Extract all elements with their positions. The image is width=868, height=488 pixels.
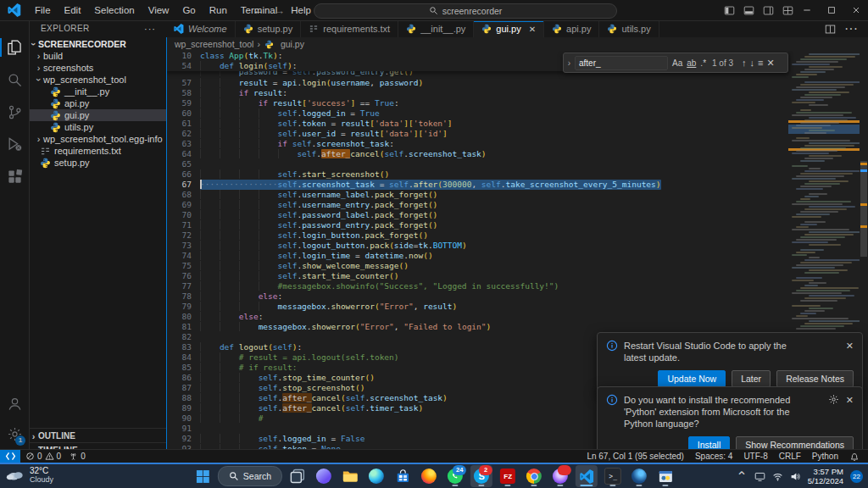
code-line-78[interactable]: 78 else: xyxy=(166,291,788,302)
code-line-69[interactable]: 69 self.username_entry.pack_forget() xyxy=(166,200,788,210)
code-line-77[interactable]: 77 #messagebox.showinfo("Success", "Logg… xyxy=(166,281,788,291)
python-app-icon[interactable] xyxy=(654,465,676,487)
cursor-position[interactable]: Ln 67, Col 1 (95 selected) xyxy=(587,452,684,461)
tab-__init__.py[interactable]: __init__.py xyxy=(398,20,474,37)
display-icon[interactable] xyxy=(754,471,765,482)
tab-Welcome[interactable]: Welcome xyxy=(166,20,236,37)
toggle-secondary-sidebar-icon[interactable] xyxy=(763,5,774,16)
start-button[interactable] xyxy=(192,465,214,487)
split-editor-icon[interactable] xyxy=(825,24,836,35)
code-line-59[interactable]: 59 if result['success'] == True: xyxy=(166,98,788,108)
code-line-72[interactable]: 72 self.login_button.pack_forget() xyxy=(166,230,788,241)
next-match-button[interactable]: ↓ xyxy=(750,58,755,68)
problems-indicator[interactable]: 0 0 xyxy=(25,452,61,461)
terminal-icon[interactable]: >_ xyxy=(602,465,624,487)
close-tab-icon[interactable]: ✕ xyxy=(529,25,536,34)
source-control-icon[interactable] xyxy=(0,97,29,127)
code-line-67[interactable]: 67················self.screenshot_task =… xyxy=(166,180,788,190)
taskbar-search[interactable]: Search xyxy=(218,466,282,486)
tree-item-gui.py[interactable]: gui.py xyxy=(29,109,166,121)
taskbar-clock[interactable]: 3:57 PM 5/12/2024 xyxy=(808,467,843,485)
code-line-65[interactable]: 65 xyxy=(166,159,788,169)
menu-go[interactable]: Go xyxy=(175,0,202,20)
chrome-icon[interactable] xyxy=(523,465,545,487)
code-line-57[interactable]: 57 result = api.login(username, password… xyxy=(166,78,788,88)
code-line-63[interactable]: 63 if self.screenshot_task: xyxy=(166,139,788,149)
tree-item-requirements.txt[interactable]: requirements.txt xyxy=(29,145,166,157)
whole-word-icon[interactable]: ab xyxy=(687,58,696,68)
match-case-icon[interactable]: Aa xyxy=(672,58,682,68)
code-line-79[interactable]: 79 messagebox.showerror("Error", result) xyxy=(166,302,788,312)
tree-item-wp_screenshot_tool.egg-info[interactable]: ›wp_screenshot_tool.egg-info xyxy=(29,133,166,145)
more-actions-icon[interactable]: ··· xyxy=(144,20,166,37)
copilot-icon[interactable] xyxy=(313,465,335,487)
regex-icon[interactable]: .* xyxy=(700,58,706,68)
weather-widget[interactable]: 32°C Cloudy xyxy=(5,466,53,484)
remote-indicator[interactable] xyxy=(0,450,20,463)
task-view-icon[interactable] xyxy=(287,465,309,487)
minimize-button[interactable] xyxy=(794,0,819,20)
update-now-button[interactable]: Update Now xyxy=(658,370,726,387)
tree-item-screenshots[interactable]: ›screenshots xyxy=(29,62,166,74)
menu-run[interactable]: Run xyxy=(203,0,234,20)
skype-icon[interactable]: S2 xyxy=(470,465,492,487)
back-button[interactable]: ← xyxy=(253,4,264,17)
close-icon[interactable]: ✕ xyxy=(846,394,854,430)
extensions-icon[interactable] xyxy=(0,161,29,191)
app-purple-icon[interactable] xyxy=(549,465,571,487)
toggle-sidebar-icon[interactable] xyxy=(724,5,735,16)
code-line-62[interactable]: 62 self.user_id = result['data']['id'] xyxy=(166,129,788,139)
tab-api.py[interactable]: api.py xyxy=(544,20,599,37)
code-line-68[interactable]: 68 self.username_label.pack_forget() xyxy=(166,190,788,200)
code-line-80[interactable]: 80 else: xyxy=(166,312,788,322)
search-icon[interactable] xyxy=(0,64,29,95)
vscode-icon[interactable] xyxy=(576,465,598,487)
code-line-76[interactable]: 76 self.start_time_counter() xyxy=(166,271,788,281)
code-line-81[interactable]: 81 messagebox.showerror("Error", "Failed… xyxy=(166,322,788,332)
code-line-66[interactable]: 66 self.start_screenshot() xyxy=(166,169,788,180)
tree-item-utils.py[interactable]: utils.py xyxy=(29,121,166,133)
menu-edit[interactable]: Edit xyxy=(58,0,88,20)
maximize-button[interactable] xyxy=(819,0,843,20)
toggle-panel-icon[interactable] xyxy=(743,5,754,16)
whatsapp-icon[interactable]: 24 xyxy=(444,465,466,487)
explorer-icon[interactable] xyxy=(0,32,29,63)
breadcrumb-folder[interactable]: wp_screenshot_tool xyxy=(175,39,253,49)
notifications-bell-icon[interactable] xyxy=(849,452,860,462)
menu-view[interactable]: View xyxy=(142,0,176,20)
ports-indicator[interactable]: 0 xyxy=(69,452,86,461)
close-button[interactable] xyxy=(843,0,868,20)
workspace-section[interactable]: › SCREENRECORDER xyxy=(29,37,166,50)
edge-icon[interactable] xyxy=(365,465,387,487)
tree-item-setup.py[interactable]: setup.py xyxy=(29,157,166,169)
code-line-64[interactable]: 64 self.after_cancel(self.screenshot_tas… xyxy=(166,149,788,159)
breadcrumb-file[interactable]: gui.py xyxy=(281,39,304,49)
tab-requirements.txt[interactable]: requirements.txt xyxy=(301,20,398,37)
previous-match-button[interactable]: ↑ xyxy=(742,58,747,68)
forward-button[interactable]: → xyxy=(274,4,285,17)
hidden-icons-chevron[interactable]: ⌃ xyxy=(736,469,747,485)
tree-item-__init__.py[interactable]: __init__.py xyxy=(29,86,166,97)
code-line-60[interactable]: 60 self.logged_in = True xyxy=(166,108,788,119)
close-icon[interactable]: ✕ xyxy=(846,340,854,363)
volume-icon[interactable] xyxy=(790,471,801,482)
tree-item-wp_screenshot_tool[interactable]: ›wp_screenshot_tool xyxy=(29,74,166,86)
encoding-indicator[interactable]: UTF-8 xyxy=(743,452,767,461)
settings-gear-icon[interactable]: 1 xyxy=(0,419,29,449)
menu-file[interactable]: File xyxy=(28,0,58,20)
code-line-61[interactable]: 61 self.token = result['data']['token'] xyxy=(166,119,788,129)
code-line-75[interactable]: 75 self.show_welcome_message() xyxy=(166,261,788,271)
release-notes-button[interactable]: Release Notes xyxy=(776,370,854,387)
file-explorer-icon[interactable] xyxy=(339,465,361,487)
gear-icon[interactable] xyxy=(828,394,839,430)
toggle-replace-icon[interactable]: › xyxy=(564,58,575,68)
menu-selection[interactable]: Selection xyxy=(87,0,141,20)
store-icon[interactable] xyxy=(392,465,414,487)
code-line-74[interactable]: 74 self.login_time = datetime.now() xyxy=(166,251,788,261)
tab-utils.py[interactable]: utils.py xyxy=(599,20,659,37)
find-in-selection-icon[interactable]: ≡ xyxy=(758,58,763,68)
filezilla-icon[interactable]: FZ xyxy=(497,465,519,487)
tab-setup.py[interactable]: setup.py xyxy=(236,20,302,37)
app-blue-icon[interactable] xyxy=(628,465,650,487)
find-input[interactable]: after_ xyxy=(575,56,668,70)
